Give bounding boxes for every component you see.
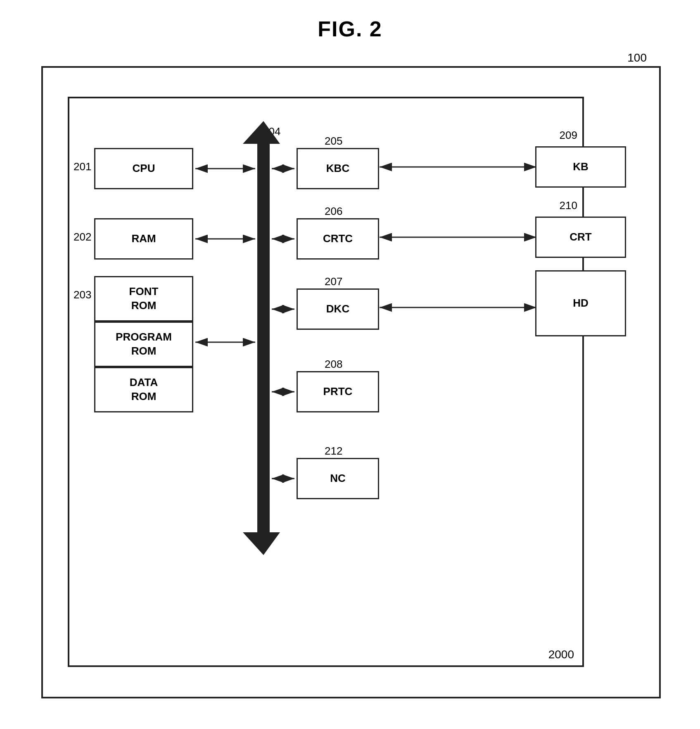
crt-box: CRT [535,217,626,258]
label-202: 202 [74,231,91,243]
dkc-box: DKC [297,288,379,330]
label-206: 206 [325,205,342,218]
label-210: 210 [560,199,577,212]
label-204: 204 [263,125,280,138]
kbc-box: KBC [297,148,379,189]
label-212: 212 [325,445,342,457]
ram-box: RAM [94,218,193,260]
label-205: 205 [325,135,342,148]
outer-box: 100 2000 201 202 203 204 205 206 207 208… [41,66,661,698]
label-208: 208 [325,358,342,371]
prtc-box: PRTC [297,371,379,412]
svg-rect-4 [257,144,270,532]
nc-box: NC [297,458,379,499]
cpu-box: CPU [94,148,193,189]
label-2000: 2000 [548,648,574,661]
data-rom-box: DATAROM [94,367,193,412]
inner-box: 2000 201 202 203 204 205 206 207 208 212… [68,97,584,667]
label-207: 207 [325,275,342,288]
label-100: 100 [627,51,647,64]
hd-box: HD [535,270,626,336]
label-203: 203 [74,288,91,301]
label-201: 201 [74,160,91,173]
crtc-box: CRTC [297,218,379,260]
svg-marker-6 [243,532,280,555]
program-rom-box: PROGRAMROM [94,322,193,367]
font-rom-box: FONTROM [94,276,193,322]
label-209: 209 [560,129,577,142]
page-title: FIG. 2 [0,0,700,41]
kb-box: KB [535,146,626,188]
